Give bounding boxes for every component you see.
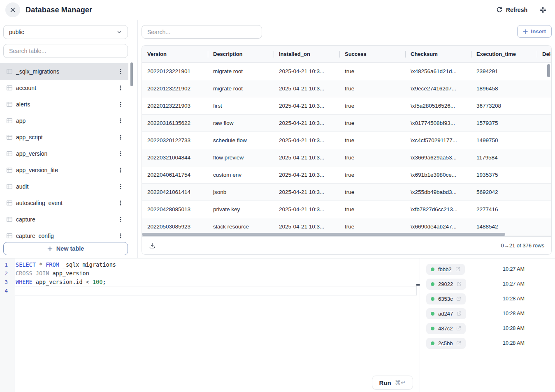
- sidebar-item-audit[interactable]: audit: [0, 178, 128, 195]
- history-run-pill[interactable]: 29022: [426, 279, 466, 290]
- refresh-icon: [496, 7, 503, 13]
- sidebar-item-capture[interactable]: capture: [0, 211, 128, 228]
- table-row[interactable]: 20220123221901migrate root2025-04-21 10:…: [142, 63, 551, 80]
- table-cell: \x3669a629aa53...: [405, 149, 471, 166]
- table-icon: [6, 150, 13, 157]
- table-cell: \x691b1e3980ce...: [405, 166, 471, 183]
- table-cell: 1488542: [471, 218, 537, 235]
- column-header-version[interactable]: Version: [142, 46, 208, 62]
- table-horizontal-scrollbar[interactable]: [142, 233, 505, 236]
- table-cell: flow preview: [208, 149, 274, 166]
- column-header-execution_time[interactable]: Execution_time: [471, 46, 537, 62]
- table-cell: 20220320122733: [142, 132, 208, 149]
- kebab-menu-icon[interactable]: [117, 166, 124, 174]
- status-success-dot: [431, 327, 434, 330]
- table-cell: true: [339, 132, 405, 149]
- table-cell: 2025-04-21 10:3...: [274, 218, 339, 235]
- table-search-input[interactable]: [3, 44, 128, 58]
- history-run-pill[interactable]: 2c5bb: [426, 338, 466, 349]
- external-link-icon[interactable]: [456, 326, 461, 331]
- table-name-label: app_script: [16, 134, 43, 141]
- external-link-icon[interactable]: [457, 311, 462, 316]
- sidebar-item-app_version[interactable]: app_version: [0, 145, 128, 162]
- status-success-dot: [431, 267, 434, 271]
- table-cell: 20220123221902: [142, 80, 208, 97]
- sidebar-item-alerts[interactable]: alerts: [0, 96, 128, 113]
- history-run-pill[interactable]: 487c2: [426, 323, 466, 334]
- external-link-icon[interactable]: [456, 341, 461, 346]
- row-search-input[interactable]: [142, 25, 262, 39]
- run-timestamp: 10:28 AM: [503, 296, 525, 302]
- sidebar-item-account[interactable]: account: [0, 80, 128, 96]
- close-button[interactable]: [5, 2, 20, 17]
- code-line-1[interactable]: 1SELECT * FROM _sqlx_migrations: [0, 261, 416, 269]
- table-cell: 2025-04-21 10:3...: [274, 149, 339, 166]
- kebab-menu-icon[interactable]: [117, 101, 124, 108]
- table-row[interactable]: 20220320122733schedule flow2025-04-21 10…: [142, 132, 551, 149]
- external-link-icon[interactable]: [457, 281, 462, 286]
- sidebar-item-app_script[interactable]: app_script: [0, 129, 128, 145]
- history-run-pill[interactable]: ad247: [426, 308, 466, 319]
- table-cell: 20220316135622: [142, 115, 208, 131]
- table-row[interactable]: 20220316135622raw flow2025-04-21 10:3...…: [142, 115, 551, 132]
- sidebar-item-capture_config[interactable]: capture_config: [0, 228, 128, 240]
- download-button[interactable]: [149, 242, 156, 249]
- sidebar-item-_sqlx_migrations[interactable]: _sqlx_migrations: [0, 63, 128, 80]
- table-cell: 20220123221903: [142, 97, 208, 114]
- table-cell: schedule flow: [208, 132, 274, 149]
- column-header-installed_on[interactable]: Installed_on: [274, 46, 339, 62]
- sql-editor[interactable]: 1SELECT * FROM _sqlx_migrations2CROSS JO…: [0, 258, 420, 392]
- kebab-menu-icon[interactable]: [117, 150, 124, 157]
- external-link-icon[interactable]: [455, 267, 460, 272]
- history-run-pill[interactable]: fbbb2: [426, 264, 465, 275]
- kebab-menu-icon[interactable]: [117, 183, 124, 190]
- sidebar-item-app_version_lite[interactable]: app_version_lite: [0, 162, 128, 178]
- code-line-3[interactable]: 3WHERE app_version.id < 100;: [0, 278, 416, 286]
- history-run-pill[interactable]: 6353c: [426, 293, 466, 304]
- table-cell: [537, 97, 551, 114]
- kebab-menu-icon[interactable]: [117, 117, 124, 125]
- sidebar-scrollbar[interactable]: [130, 62, 133, 86]
- editor-scrollbar-thumb[interactable]: [416, 284, 420, 286]
- table-row[interactable]: 20220123221902migrate root2025-04-21 10:…: [142, 80, 551, 97]
- column-header-checksum[interactable]: Checksum: [405, 46, 471, 62]
- external-link-icon[interactable]: [456, 296, 461, 301]
- kebab-menu-icon[interactable]: [117, 68, 124, 75]
- kebab-menu-icon[interactable]: [117, 84, 124, 92]
- table-row[interactable]: 20220123221903first2025-04-21 10:3...tru…: [142, 97, 551, 115]
- insert-button[interactable]: Insert: [517, 25, 552, 38]
- kebab-menu-icon[interactable]: [117, 232, 124, 240]
- table-vertical-scrollbar[interactable]: [547, 64, 550, 77]
- code-text: WHERE app_version.id < 100;: [12, 278, 106, 286]
- sidebar-item-app[interactable]: app: [0, 113, 128, 129]
- schema-select-value: public: [9, 29, 24, 35]
- code-line-2[interactable]: 2CROSS JOIN app_version: [0, 269, 416, 278]
- table-cell: migrate root: [208, 63, 274, 80]
- run-timestamp: 10:28 AM: [503, 340, 525, 346]
- table-row[interactable]: 20220421061414jsonb2025-04-21 10:3...tru…: [142, 184, 551, 201]
- app-header: Database Manager Refresh: [0, 0, 555, 20]
- column-header-success[interactable]: Success: [339, 46, 405, 62]
- run-id: fbbb2: [438, 266, 452, 272]
- column-header-description[interactable]: Description: [208, 46, 274, 62]
- column-header-deleted[interactable]: Deleted: [537, 46, 551, 62]
- kebab-menu-icon[interactable]: [117, 199, 124, 207]
- status-success-dot: [431, 282, 434, 286]
- table-row[interactable]: 20220428085013private key2025-04-21 10:3…: [142, 201, 551, 218]
- history-item-29022: 2902210:27 AM: [420, 277, 555, 291]
- refresh-button[interactable]: Refresh: [496, 7, 527, 13]
- table-row[interactable]: 20220321004844flow preview2025-04-21 10:…: [142, 149, 551, 166]
- history-item-ad247: ad24710:28 AM: [420, 306, 555, 321]
- new-table-button[interactable]: New table: [3, 242, 128, 255]
- collapse-button[interactable]: [540, 7, 546, 13]
- run-button[interactable]: Run ⌘↵: [372, 376, 413, 390]
- table-row[interactable]: 20220406141754custom env2025-04-21 10:3.…: [142, 166, 551, 184]
- table-cell: [537, 184, 551, 201]
- table-cell: 20220503085923: [142, 218, 208, 235]
- kebab-menu-icon[interactable]: [117, 134, 124, 141]
- table-header-row: VersionDescriptionInstalled_onSuccessChe…: [142, 46, 551, 63]
- sidebar-item-autoscaling_event[interactable]: autoscaling_event: [0, 195, 128, 211]
- kebab-menu-icon[interactable]: [117, 216, 124, 223]
- code-line-4[interactable]: 4: [0, 286, 416, 295]
- schema-select[interactable]: public: [3, 25, 128, 39]
